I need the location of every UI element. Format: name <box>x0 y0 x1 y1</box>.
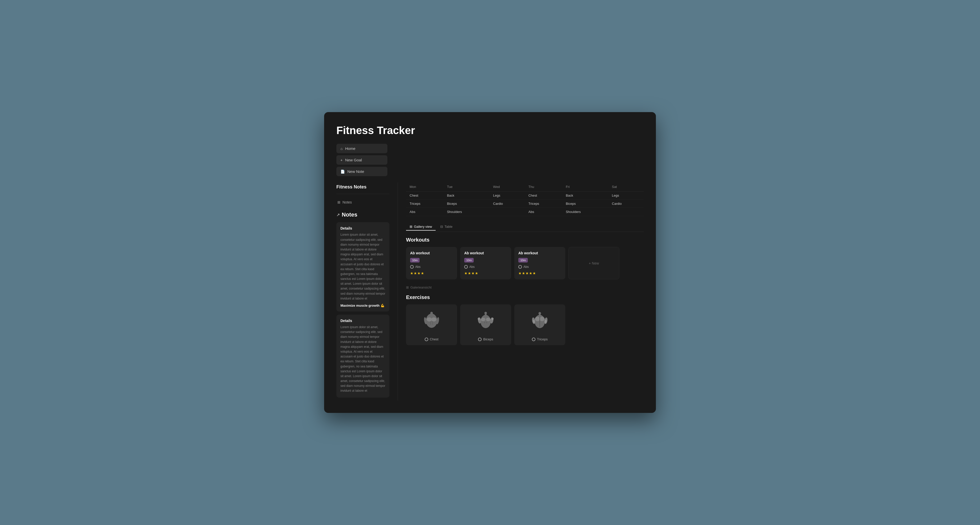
workout-2-title: Ab workout <box>464 251 507 255</box>
workout-1-badge: 10m <box>410 258 420 263</box>
biceps-circle-icon <box>478 338 482 341</box>
biceps-figure <box>476 308 496 335</box>
exercise-card-chest: Chest <box>406 304 457 345</box>
gallery-view-label: ⊞ Galerieansicht <box>406 286 644 289</box>
col-sat: Sat <box>608 182 644 191</box>
home-icon: ⌂ <box>340 147 342 151</box>
right-content: Mon Tue Wed Thu Fri Sat Chest Back Legs … <box>398 182 644 401</box>
note-1-title: Details <box>340 226 385 230</box>
view-tabs: ⊞ Gallery view ⊟ Table <box>406 223 644 232</box>
app-window: Fitness Tracker ⌂ Home + New Goal 📄 New … <box>324 112 656 413</box>
note-icon: 📄 <box>340 169 345 174</box>
svg-point-17 <box>484 312 487 314</box>
svg-rect-15 <box>486 322 487 323</box>
sidebar-item-notes[interactable]: ⊞ Notes <box>336 198 390 206</box>
app-header: Fitness Tracker ⌂ Home + New Goal 📄 New … <box>324 112 656 182</box>
note-2-title: Details <box>340 319 385 323</box>
note-1-highlight: Maximize muscle growth 💪 <box>340 303 385 308</box>
nav-buttons: ⌂ Home + New Goal 📄 New Note <box>336 144 387 176</box>
note-card-1: Details Lorem ipsum dolor sit amet, cons… <box>336 222 390 311</box>
col-thu: Thu <box>525 182 562 191</box>
note-card-2: Details Lorem ipsum dolor sit amet, cons… <box>336 314 390 397</box>
triceps-name: Triceps <box>532 337 548 341</box>
workout-1-title: Ab workout <box>410 251 453 255</box>
svg-point-13 <box>486 318 490 321</box>
tab-table[interactable]: ⊟ Table <box>437 223 456 231</box>
exercises-heading: Exercises <box>406 294 644 300</box>
biceps-name: Biceps <box>478 337 493 341</box>
svg-point-1 <box>427 318 432 321</box>
workout-card-1: Ab workout 10m Abs ★★★★ <box>406 247 457 279</box>
new-note-button[interactable]: 📄 New Note <box>336 167 387 176</box>
fitness-notes-title: Fitness Notes <box>336 182 390 190</box>
workout-cards: Ab workout 10m Abs ★★★★ Ab workout 10m A… <box>406 247 644 279</box>
svg-point-23 <box>535 317 540 321</box>
gallery-small-icon: ⊞ <box>406 286 409 289</box>
circle-icon <box>410 265 414 269</box>
svg-rect-5 <box>430 323 431 324</box>
svg-rect-26 <box>539 314 541 317</box>
col-tue: Tue <box>443 182 490 191</box>
main-content: Fitness Notes ⊞ Notes ↗ Notes Details Lo… <box>324 182 656 413</box>
chest-figure <box>422 308 442 335</box>
chest-circle-icon <box>425 338 428 341</box>
circle-icon <box>518 265 522 269</box>
note-2-body: Lorem ipsum dolor sit amet, consetetur s… <box>340 325 385 394</box>
svg-rect-3 <box>430 321 431 323</box>
home-button[interactable]: ⌂ Home <box>336 144 387 153</box>
workout-2-badge: 10m <box>464 258 474 263</box>
svg-point-11 <box>480 315 491 328</box>
workout-3-stars: ★★★★★ <box>518 271 561 275</box>
workout-card-2: Ab workout 10m Abs ★★★★ <box>460 247 511 279</box>
workout-2-stars: ★★★★ <box>464 271 507 275</box>
svg-rect-6 <box>432 323 433 324</box>
plus-icon: + <box>340 158 342 162</box>
sidebar: Fitness Notes ⊞ Notes ↗ Notes Details Lo… <box>336 182 398 401</box>
svg-point-8 <box>430 312 433 314</box>
col-wed: Wed <box>490 182 525 191</box>
tab-gallery[interactable]: ⊞ Gallery view <box>406 223 436 231</box>
note-1-body: Lorem ipsum dolor sit amet, consetetur s… <box>340 232 385 301</box>
table-icon: ⊟ <box>440 225 443 228</box>
arrow-icon: ↗ <box>336 212 340 217</box>
new-workout-card[interactable]: + New <box>568 247 619 279</box>
svg-point-12 <box>481 318 485 321</box>
triceps-figure <box>530 308 550 335</box>
workout-3-muscle: Abs <box>518 265 561 269</box>
svg-rect-4 <box>432 321 433 323</box>
exercise-cards: Chest <box>406 304 644 345</box>
chest-name: Chest <box>425 337 438 341</box>
app-title: Fitness Tracker <box>336 124 644 137</box>
workout-1-muscle: Abs <box>410 265 453 269</box>
workout-card-3: Ab workout 10m Abs ★★★★★ <box>514 247 565 279</box>
svg-point-24 <box>539 317 545 321</box>
schedule-table: Mon Tue Wed Thu Fri Sat Chest Back Legs … <box>406 182 644 216</box>
exercise-card-biceps: Biceps <box>460 304 511 345</box>
svg-point-27 <box>538 312 541 314</box>
workouts-heading: Workouts <box>406 237 644 243</box>
col-mon: Mon <box>406 182 443 191</box>
circle-icon <box>464 265 468 269</box>
triceps-circle-icon <box>532 338 535 341</box>
table-row: Chest Back Legs Chest Back Legs <box>406 191 644 200</box>
svg-point-2 <box>431 318 436 321</box>
sidebar-divider <box>336 194 390 194</box>
svg-rect-16 <box>485 314 487 317</box>
col-fri: Fri <box>562 182 608 191</box>
new-goal-button[interactable]: + New Goal <box>336 155 387 165</box>
table-row: Abs Shoulders Abs Shoulders <box>406 208 644 216</box>
exercise-card-triceps: Triceps <box>514 304 565 345</box>
workout-1-stars: ★★★★ <box>410 271 453 275</box>
grid-icon: ⊞ <box>337 200 340 204</box>
workout-3-title: Ab workout <box>518 251 561 255</box>
svg-rect-14 <box>484 322 485 323</box>
workout-2-muscle: Abs <box>464 265 507 269</box>
workout-3-badge: 10m <box>518 258 528 263</box>
notes-heading: ↗ Notes <box>336 211 390 218</box>
gallery-icon: ⊞ <box>410 225 412 228</box>
table-row: Triceps Biceps Cardio Triceps Biceps Car… <box>406 200 644 208</box>
